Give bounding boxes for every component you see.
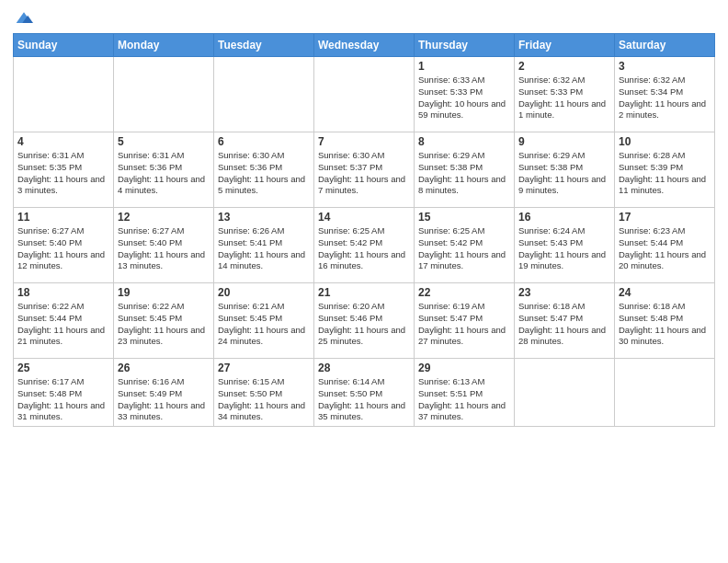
day-number: 4: [17, 135, 109, 148]
calendar-week-2: 4Sunrise: 6:31 AM Sunset: 5:35 PM Daylig…: [14, 132, 715, 208]
day-number: 16: [518, 211, 610, 224]
calendar-cell: 28Sunrise: 6:14 AM Sunset: 5:50 PM Dayli…: [314, 359, 415, 427]
day-number: 8: [418, 135, 510, 148]
calendar-cell: 29Sunrise: 6:13 AM Sunset: 5:51 PM Dayli…: [415, 359, 515, 427]
calendar-cell: 18Sunrise: 6:22 AM Sunset: 5:44 PM Dayli…: [14, 283, 114, 359]
day-info: Sunrise: 6:22 AM Sunset: 5:45 PM Dayligh…: [118, 301, 210, 348]
day-info: Sunrise: 6:22 AM Sunset: 5:44 PM Dayligh…: [17, 301, 109, 348]
calendar-cell: 8Sunrise: 6:29 AM Sunset: 5:38 PM Daylig…: [415, 132, 515, 208]
day-info: Sunrise: 6:25 AM Sunset: 5:42 PM Dayligh…: [318, 225, 410, 272]
day-number: 14: [318, 211, 410, 224]
day-number: 20: [218, 286, 310, 299]
day-info: Sunrise: 6:19 AM Sunset: 5:47 PM Dayligh…: [418, 301, 510, 348]
page: SundayMondayTuesdayWednesdayThursdayFrid…: [0, 0, 728, 563]
calendar-week-1: 1Sunrise: 6:33 AM Sunset: 5:33 PM Daylig…: [14, 57, 715, 132]
calendar-cell: 17Sunrise: 6:23 AM Sunset: 5:44 PM Dayli…: [615, 208, 715, 283]
calendar-cell: 6Sunrise: 6:30 AM Sunset: 5:36 PM Daylig…: [214, 132, 314, 208]
calendar-cell: 1Sunrise: 6:33 AM Sunset: 5:33 PM Daylig…: [415, 57, 515, 132]
day-info: Sunrise: 6:14 AM Sunset: 5:50 PM Dayligh…: [318, 376, 410, 423]
day-info: Sunrise: 6:26 AM Sunset: 5:41 PM Dayligh…: [218, 225, 310, 272]
day-header-saturday: Saturday: [615, 34, 715, 57]
day-info: Sunrise: 6:25 AM Sunset: 5:42 PM Dayligh…: [418, 225, 510, 272]
calendar-cell: 4Sunrise: 6:31 AM Sunset: 5:35 PM Daylig…: [14, 132, 114, 208]
calendar-cell: 11Sunrise: 6:27 AM Sunset: 5:40 PM Dayli…: [14, 208, 114, 283]
day-header-thursday: Thursday: [415, 34, 515, 57]
day-info: Sunrise: 6:17 AM Sunset: 5:48 PM Dayligh…: [17, 376, 109, 423]
calendar-cell: 20Sunrise: 6:21 AM Sunset: 5:45 PM Dayli…: [214, 283, 314, 359]
day-info: Sunrise: 6:16 AM Sunset: 5:49 PM Dayligh…: [118, 376, 210, 423]
day-info: Sunrise: 6:15 AM Sunset: 5:50 PM Dayligh…: [218, 376, 310, 423]
calendar-table: SundayMondayTuesdayWednesdayThursdayFrid…: [13, 33, 715, 427]
day-info: Sunrise: 6:30 AM Sunset: 5:36 PM Dayligh…: [218, 150, 310, 197]
day-info: Sunrise: 6:27 AM Sunset: 5:40 PM Dayligh…: [17, 225, 109, 272]
day-number: 21: [318, 286, 410, 299]
header: [13, 9, 715, 28]
calendar-week-5: 25Sunrise: 6:17 AM Sunset: 5:48 PM Dayli…: [14, 359, 715, 427]
calendar-cell: [515, 359, 615, 427]
calendar-cell: [314, 57, 415, 132]
day-info: Sunrise: 6:21 AM Sunset: 5:45 PM Dayligh…: [218, 301, 310, 348]
calendar-cell: 2Sunrise: 6:32 AM Sunset: 5:33 PM Daylig…: [515, 57, 615, 132]
calendar-header-row: SundayMondayTuesdayWednesdayThursdayFrid…: [14, 34, 715, 57]
day-number: 25: [17, 362, 109, 374]
calendar-cell: 7Sunrise: 6:30 AM Sunset: 5:37 PM Daylig…: [314, 132, 415, 208]
calendar-cell: 23Sunrise: 6:18 AM Sunset: 5:47 PM Dayli…: [515, 283, 615, 359]
day-header-monday: Monday: [114, 34, 214, 57]
day-number: 22: [418, 286, 510, 299]
day-number: 28: [318, 362, 410, 374]
calendar-cell: [214, 57, 314, 132]
day-info: Sunrise: 6:30 AM Sunset: 5:37 PM Dayligh…: [318, 150, 410, 197]
day-number: 13: [218, 211, 310, 224]
day-number: 12: [118, 211, 210, 224]
calendar-cell: 14Sunrise: 6:25 AM Sunset: 5:42 PM Dayli…: [314, 208, 415, 283]
calendar-cell: 16Sunrise: 6:24 AM Sunset: 5:43 PM Dayli…: [515, 208, 615, 283]
day-info: Sunrise: 6:32 AM Sunset: 5:33 PM Dayligh…: [518, 75, 610, 121]
day-number: 19: [118, 286, 210, 299]
day-header-wednesday: Wednesday: [314, 34, 415, 57]
calendar-cell: 15Sunrise: 6:25 AM Sunset: 5:42 PM Dayli…: [415, 208, 515, 283]
day-info: Sunrise: 6:31 AM Sunset: 5:36 PM Dayligh…: [118, 150, 210, 197]
day-info: Sunrise: 6:18 AM Sunset: 5:47 PM Dayligh…: [518, 301, 610, 348]
day-number: 5: [118, 135, 210, 148]
calendar-cell: 10Sunrise: 6:28 AM Sunset: 5:39 PM Dayli…: [615, 132, 715, 208]
day-number: 10: [619, 135, 711, 148]
day-number: 24: [619, 286, 711, 299]
day-number: 2: [518, 60, 610, 73]
day-number: 23: [518, 286, 610, 299]
calendar-cell: 3Sunrise: 6:32 AM Sunset: 5:34 PM Daylig…: [615, 57, 715, 132]
day-info: Sunrise: 6:24 AM Sunset: 5:43 PM Dayligh…: [518, 225, 610, 272]
day-number: 7: [318, 135, 410, 148]
calendar-cell: 25Sunrise: 6:17 AM Sunset: 5:48 PM Dayli…: [14, 359, 114, 427]
calendar-cell: 12Sunrise: 6:27 AM Sunset: 5:40 PM Dayli…: [114, 208, 214, 283]
calendar-cell: 5Sunrise: 6:31 AM Sunset: 5:36 PM Daylig…: [114, 132, 214, 208]
day-number: 26: [118, 362, 210, 374]
day-number: 11: [17, 211, 109, 224]
day-number: 18: [17, 286, 109, 299]
day-info: Sunrise: 6:27 AM Sunset: 5:40 PM Dayligh…: [118, 225, 210, 272]
day-info: Sunrise: 6:33 AM Sunset: 5:33 PM Dayligh…: [418, 75, 510, 121]
calendar-week-4: 18Sunrise: 6:22 AM Sunset: 5:44 PM Dayli…: [14, 283, 715, 359]
calendar-cell: [114, 57, 214, 132]
calendar-cell: 21Sunrise: 6:20 AM Sunset: 5:46 PM Dayli…: [314, 283, 415, 359]
calendar-cell: [14, 57, 114, 132]
day-number: 3: [619, 60, 711, 73]
day-number: 17: [619, 211, 711, 224]
day-info: Sunrise: 6:29 AM Sunset: 5:38 PM Dayligh…: [418, 150, 510, 197]
day-number: 27: [218, 362, 310, 374]
calendar-cell: 9Sunrise: 6:29 AM Sunset: 5:38 PM Daylig…: [515, 132, 615, 208]
day-number: 15: [418, 211, 510, 224]
day-header-tuesday: Tuesday: [214, 34, 314, 57]
calendar-week-3: 11Sunrise: 6:27 AM Sunset: 5:40 PM Dayli…: [14, 208, 715, 283]
calendar-cell: 26Sunrise: 6:16 AM Sunset: 5:49 PM Dayli…: [114, 359, 214, 427]
logo: [13, 9, 33, 28]
calendar-cell: 13Sunrise: 6:26 AM Sunset: 5:41 PM Dayli…: [214, 208, 314, 283]
day-info: Sunrise: 6:31 AM Sunset: 5:35 PM Dayligh…: [17, 150, 109, 197]
day-info: Sunrise: 6:29 AM Sunset: 5:38 PM Dayligh…: [518, 150, 610, 197]
calendar-cell: 19Sunrise: 6:22 AM Sunset: 5:45 PM Dayli…: [114, 283, 214, 359]
day-number: 6: [218, 135, 310, 148]
day-info: Sunrise: 6:18 AM Sunset: 5:48 PM Dayligh…: [619, 301, 711, 348]
calendar-cell: 22Sunrise: 6:19 AM Sunset: 5:47 PM Dayli…: [415, 283, 515, 359]
day-number: 1: [418, 60, 510, 73]
day-info: Sunrise: 6:23 AM Sunset: 5:44 PM Dayligh…: [619, 225, 711, 272]
day-info: Sunrise: 6:20 AM Sunset: 5:46 PM Dayligh…: [318, 301, 410, 348]
